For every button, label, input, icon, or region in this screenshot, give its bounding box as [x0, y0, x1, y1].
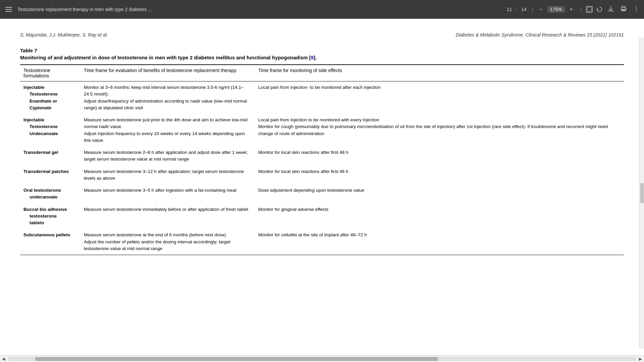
scroll-track[interactable]	[8, 357, 636, 361]
bottom-scrollbar[interactable]: ◀ ▶	[0, 355, 644, 362]
table-row: Injectable Testosterone Enanthate or Cyp…	[20, 81, 624, 114]
cell-formulation: Oral testosterone undecanoate	[20, 184, 80, 203]
cell-benefits: Measure serum testosterone 2–8 h after a…	[80, 146, 255, 166]
cell-formulation: Injectable Testosterone Enanthate or Cyp…	[20, 81, 80, 114]
cell-benefits: Measure serum testosterone 3–5 h after i…	[80, 184, 255, 203]
table-row: Transdermal gel Measure serum testostero…	[20, 146, 624, 166]
scrollbar-thumb[interactable]	[640, 183, 644, 203]
cell-formulation: Buccal bio adhesive testosterone tablets	[20, 203, 80, 229]
cell-benefits: Measure serum testosterone immediately b…	[80, 203, 255, 229]
cell-benefits: Measure serum testosterone at the end of…	[80, 229, 255, 255]
table-row: Injectable Testosterone Undecanoate Meas…	[20, 114, 624, 146]
print-icon	[620, 5, 627, 12]
table-header-row: Testosterone formulations Time frame for…	[20, 65, 624, 81]
more-icon	[633, 5, 640, 12]
divider-bar: |	[532, 7, 533, 12]
menu-button[interactable]	[4, 6, 13, 13]
svg-point-5	[636, 6, 637, 7]
svg-rect-3	[622, 9, 625, 11]
fit-page-button[interactable]	[586, 6, 593, 13]
table-caption-text: Monitoring of and adjustment in dose of …	[20, 55, 311, 60]
table-caption: Monitoring of and adjustment in dose of …	[20, 55, 624, 60]
divider-bar2: |	[580, 7, 582, 12]
document-title: Testosterone replacement therapy in men …	[17, 7, 503, 12]
col-header-benefits: Time frame for evaluation of benefits of…	[80, 65, 255, 81]
fit-page-icon	[586, 6, 593, 13]
page-controls: 11 / 14 | − + |	[507, 5, 603, 14]
print-button[interactable]	[620, 5, 627, 14]
zoom-out-button[interactable]: −	[537, 5, 545, 14]
cell-formulation: Subcutaneous pellets	[20, 229, 80, 255]
zoom-in-button[interactable]: +	[568, 5, 575, 14]
cell-sideeffects: Local pain from injection- to be monitor…	[255, 81, 624, 114]
download-button[interactable]	[607, 5, 614, 14]
svg-rect-1	[587, 7, 591, 11]
table-caption-ref[interactable]: 9	[311, 55, 314, 60]
table-label: Table 7	[20, 48, 624, 53]
cell-sideeffects: Dose adjustment depending upon testoster…	[255, 184, 624, 203]
download-icon	[607, 5, 614, 12]
scroll-thumb[interactable]	[35, 357, 438, 361]
paper-authors: S. Majumdar, J.J. Mukherjee, S. Ray et a…	[20, 32, 108, 38]
zoom-level-input[interactable]	[547, 6, 565, 13]
vertical-scrollbar[interactable]	[639, 38, 644, 349]
col-header-formulation: Testosterone formulations	[20, 65, 80, 81]
content-area: S. Majumdar, J.J. Mukherjee, S. Ray et a…	[0, 19, 644, 355]
svg-point-7	[636, 10, 637, 11]
cell-formulation: Transdermal gel	[20, 146, 80, 166]
rotate-button[interactable]	[596, 6, 603, 13]
cell-sideeffects: Monitor for gingival adverse effects	[255, 203, 624, 229]
col-header-sideeffects: Time frame for monitoring of side effect…	[255, 65, 624, 81]
table-row: Subcutaneous pellets Measure serum testo…	[20, 229, 624, 255]
table-row: Oral testosterone undecanoate Measure se…	[20, 184, 624, 203]
cell-sideeffects: Local pain from injection to be monitore…	[255, 114, 624, 146]
paper-header: S. Majumdar, J.J. Mukherjee, S. Ray et a…	[20, 32, 624, 38]
table-row: Buccal bio adhesive testosterone tablets…	[20, 203, 624, 229]
cell-benefits: Measure serum testosterone 3–12 h after …	[80, 166, 255, 185]
more-options-button[interactable]	[633, 5, 640, 14]
cell-sideeffects: Monitor for cellulitis at the site of im…	[255, 229, 624, 255]
rotate-icon	[596, 6, 603, 13]
right-icons	[607, 5, 640, 14]
cell-benefits: Monitor at 3–6 months; keep mid interval…	[80, 81, 255, 114]
paper-journal: Diabetes & Metabolic Syndrome: Clinical …	[456, 32, 624, 38]
data-table: Testosterone formulations Time frame for…	[20, 64, 624, 255]
table-row: Transdermal patches Measure serum testos…	[20, 166, 624, 185]
cell-benefits: Measure serum testosterone just prior to…	[80, 114, 255, 146]
table-caption-end: ].	[314, 55, 317, 60]
scroll-left-button[interactable]: ◀	[0, 357, 7, 361]
page-total: 14	[521, 7, 527, 12]
cell-sideeffects: Monitor for local skin reactions after f…	[255, 146, 624, 166]
cell-formulation: Transdermal patches	[20, 166, 80, 185]
top-bar: Testosterone replacement therapy in men …	[0, 0, 644, 19]
page-separator: /	[516, 7, 517, 12]
scroll-right-button[interactable]: ▶	[637, 357, 644, 361]
page-current: 11	[507, 7, 512, 12]
svg-point-4	[625, 8, 626, 9]
cell-formulation: Injectable Testosterone Undecanoate	[20, 114, 80, 146]
cell-sideeffects: Monitor for local skin reactions after f…	[255, 166, 624, 185]
svg-point-6	[636, 8, 637, 9]
hamburger-icon	[4, 6, 13, 13]
